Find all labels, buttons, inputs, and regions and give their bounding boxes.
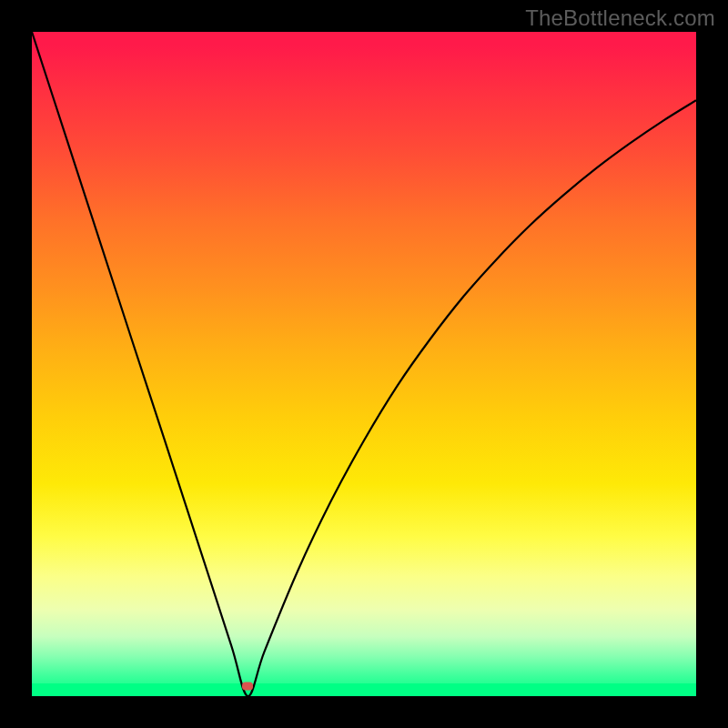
plot-area bbox=[32, 32, 696, 696]
watermark-text: TheBottleneck.com bbox=[525, 5, 715, 31]
chart-frame: TheBottleneck.com bbox=[0, 0, 728, 728]
curve-path bbox=[32, 32, 696, 696]
bottleneck-curve bbox=[32, 32, 696, 696]
minimum-marker-icon bbox=[242, 682, 253, 691]
